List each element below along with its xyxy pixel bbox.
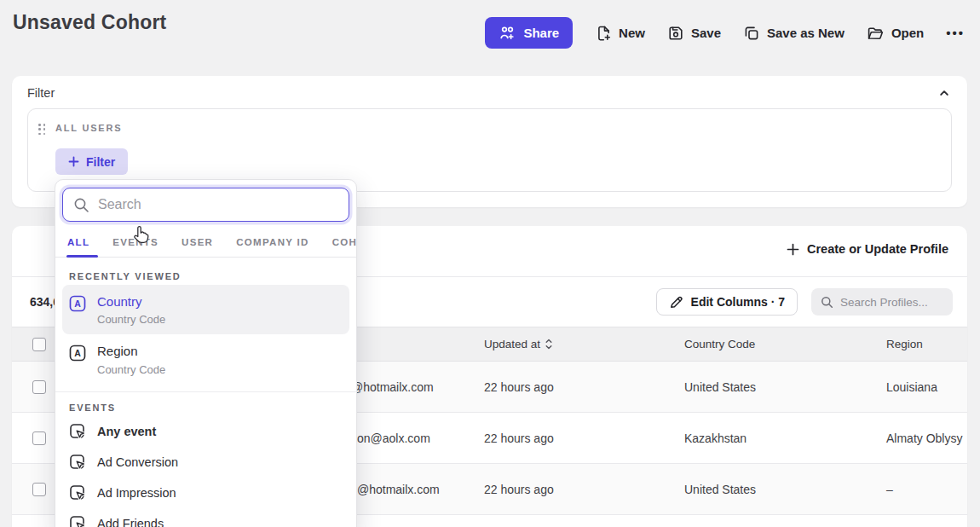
search-icon <box>821 296 833 309</box>
dropdown-search-input[interactable] <box>98 197 338 212</box>
dropdown-search <box>62 188 349 222</box>
plus-icon <box>787 243 799 256</box>
event-cursor-icon <box>69 454 86 471</box>
dropdown-tabs: ALL EVENTS USER COMPANY ID COHORT <box>55 227 356 258</box>
list-item-ad-impression[interactable]: Ad Impression <box>62 478 349 508</box>
active-tab-underline <box>66 255 98 258</box>
item-title: Ad Impression <box>97 486 176 500</box>
profiles-search <box>811 288 953 316</box>
new-document-icon <box>595 25 612 42</box>
save-floppy-icon <box>667 25 684 42</box>
open-button[interactable]: Open <box>867 25 924 42</box>
filter-panel-title: Filter <box>27 86 55 100</box>
save-button-label: Save <box>691 26 721 40</box>
svg-text:A: A <box>74 298 81 309</box>
pencil-icon <box>669 295 683 310</box>
add-filter-button[interactable]: Filter <box>55 148 128 175</box>
edit-columns-button[interactable]: Edit Columns · 7 <box>656 288 798 316</box>
profiles-search-input[interactable] <box>840 296 943 309</box>
dropdown-list: RECENTLY VIEWED A Country Country Code A <box>55 258 356 527</box>
page-title: Unsaved Cohort <box>13 11 166 34</box>
share-people-icon <box>499 26 516 41</box>
toolbar: Share New Save <box>485 17 965 49</box>
list-item-any-event[interactable]: Any event <box>62 416 349 447</box>
save-as-new-button[interactable]: Save as New <box>743 25 845 42</box>
save-as-new-button-label: Save as New <box>767 26 845 40</box>
country-code-cell: United States <box>684 380 886 394</box>
list-item-country[interactable]: A Country Country Code <box>62 285 349 334</box>
search-icon <box>73 197 89 213</box>
region-cell: Almaty Oblysy <box>886 431 967 445</box>
updated-at-header-label: Updated at <box>484 338 540 350</box>
country-code-column-header[interactable]: Country Code <box>684 338 886 350</box>
share-button[interactable]: Share <box>485 17 573 49</box>
item-title: Country <box>97 293 165 310</box>
create-or-update-profile-label: Create or Update Profile <box>807 242 948 256</box>
divider <box>55 391 356 392</box>
events-header: EVENTS <box>69 402 356 413</box>
save-button[interactable]: Save <box>667 25 721 42</box>
item-title: Any event <box>97 425 156 438</box>
all-users-label: ALL USERS <box>55 123 122 133</box>
create-or-update-profile-button[interactable]: Create or Update Profile <box>787 242 948 256</box>
svg-text:A: A <box>74 348 81 358</box>
event-cursor-icon <box>69 515 86 527</box>
updated-at-cell: 22 hours ago <box>484 483 684 496</box>
list-item-region[interactable]: A Region Country Code <box>62 334 349 384</box>
tab-all[interactable]: ALL <box>67 237 89 247</box>
updated-at-cell: 22 hours ago <box>484 431 684 445</box>
row-checkbox[interactable] <box>32 380 46 394</box>
more-options-button[interactable]: ••• <box>946 26 965 40</box>
region-column-header[interactable]: Region <box>886 338 967 350</box>
filter-property-dropdown: ALL EVENTS USER COMPANY ID COHORT RECENT… <box>55 179 357 527</box>
edit-columns-label: Edit Columns · 7 <box>691 295 785 309</box>
tab-events[interactable]: EVENTS <box>112 237 159 247</box>
event-cursor-icon <box>69 423 86 440</box>
add-filter-button-label: Filter <box>86 155 115 169</box>
page-header: Unsaved Cohort Share <box>0 0 980 65</box>
drag-handle-icon[interactable] <box>38 124 46 136</box>
row-checkbox[interactable] <box>32 431 46 445</box>
select-all-checkbox[interactable] <box>32 338 46 351</box>
letter-a-property-icon: A <box>69 345 86 362</box>
open-button-label: Open <box>891 26 924 40</box>
country-code-cell: United States <box>684 483 886 496</box>
new-button[interactable]: New <box>595 25 645 42</box>
recently-viewed-header: RECENTLY VIEWED <box>69 271 356 281</box>
share-button-label: Share <box>523 26 559 40</box>
sort-icon <box>545 339 552 350</box>
tab-company-id[interactable]: COMPANY ID <box>236 237 308 247</box>
item-subtitle: Country Code <box>97 363 165 376</box>
folder-open-icon <box>867 25 885 42</box>
new-button-label: New <box>619 26 645 40</box>
tab-cohort[interactable]: COHORT <box>332 237 357 247</box>
plus-icon <box>68 156 79 167</box>
item-subtitle: Country Code <box>97 313 165 326</box>
updated-at-column-header[interactable]: Updated at <box>484 338 684 350</box>
item-title: Add Friends <box>97 517 164 527</box>
country-code-cell: Kazakhstan <box>684 431 886 445</box>
event-cursor-icon <box>69 484 86 501</box>
item-title: Region <box>97 343 165 360</box>
list-item-ad-conversion[interactable]: Ad Conversion <box>62 447 349 478</box>
copy-icon <box>743 25 760 42</box>
tab-user[interactable]: USER <box>182 237 213 247</box>
region-cell: Louisiana <box>886 380 967 394</box>
list-item-add-friends[interactable]: Add Friends <box>62 508 349 527</box>
row-checkbox[interactable] <box>32 483 46 496</box>
updated-at-cell: 22 hours ago <box>484 380 684 394</box>
item-title: Ad Conversion <box>97 455 178 469</box>
letter-a-property-icon: A <box>69 295 86 312</box>
region-cell: – <box>886 483 967 496</box>
collapse-chevron-icon[interactable] <box>938 87 950 99</box>
